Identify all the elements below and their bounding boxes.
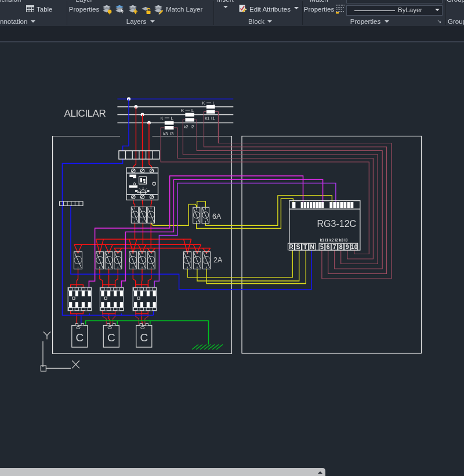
svg-text:k2: k2 <box>184 124 188 129</box>
svg-text:7: 7 <box>333 243 336 250</box>
svg-text:k3: k3 <box>163 131 168 136</box>
svg-text:L: L <box>213 100 215 106</box>
svg-text:9: 9 <box>346 243 349 250</box>
svg-text:S: S <box>296 243 300 250</box>
svg-text:8: 8 <box>339 243 343 250</box>
svg-text:C: C <box>107 331 115 344</box>
svg-text:L: L <box>191 108 194 113</box>
svg-text:C: C <box>76 331 84 344</box>
svg-text:6A: 6A <box>212 212 222 221</box>
svg-text:K: K <box>202 100 205 106</box>
svg-text:2A: 2A <box>213 256 223 264</box>
svg-text:10: 10 <box>351 243 358 250</box>
svg-text:C: C <box>140 331 148 344</box>
svg-text:5: 5 <box>320 243 324 250</box>
svg-text:K: K <box>160 116 163 121</box>
svg-text:T: T <box>303 243 307 250</box>
svg-text:I3: I3 <box>170 131 173 136</box>
svg-text:K: K <box>181 108 184 113</box>
svg-text:N: N <box>310 243 315 250</box>
svg-text:RG3-12C: RG3-12C <box>317 219 357 229</box>
svg-text:R: R <box>289 243 293 250</box>
svg-text:I1: I1 <box>211 116 215 121</box>
svg-text:k1 I1 k2 I2 k3 I3: k1 I1 k2 I2 k3 I3 <box>320 238 348 242</box>
svg-text:I2: I2 <box>191 124 194 129</box>
svg-text:L: L <box>171 116 173 121</box>
svg-text:ALICILAR: ALICILAR <box>64 108 106 119</box>
svg-text:6: 6 <box>327 243 330 250</box>
svg-text:k1: k1 <box>205 116 209 121</box>
